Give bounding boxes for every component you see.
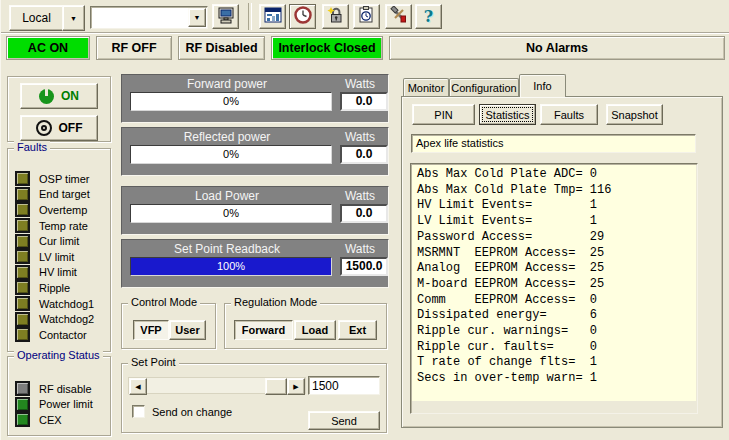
- info-tab-page: PINStatisticsFaultsSnapshot Apex life st…: [401, 96, 723, 428]
- mode-dropdown[interactable]: Local: [9, 5, 64, 31]
- meter-title: Reflected power: [122, 130, 332, 144]
- power-groupbox: ON OFF: [7, 76, 111, 142]
- window-chart-icon: [264, 7, 282, 26]
- panel-view-button[interactable]: [259, 4, 286, 29]
- address-combobox-arrow[interactable]: ▼: [188, 8, 206, 27]
- set-point-input[interactable]: [308, 376, 380, 395]
- meter-load-power: Load PowerWatts0%0.0: [121, 186, 389, 235]
- led-indicator: [15, 312, 30, 327]
- mode-dropdown-arrow[interactable]: ▼: [62, 5, 85, 31]
- meter-unit: Watts: [332, 242, 388, 256]
- led-indicator: [15, 381, 30, 396]
- send-on-change-checkbox-row[interactable]: Send on change: [132, 405, 232, 418]
- status-item-watchdog2: Watchdog2: [8, 311, 110, 327]
- scrollbar-left-arrow[interactable]: ◀: [129, 378, 147, 395]
- meter-progress-bar: 0%: [130, 145, 332, 164]
- meter-unit: Watts: [332, 77, 388, 91]
- led-label: End target: [39, 188, 90, 200]
- regulation-mode-title: Regulation Mode: [231, 296, 320, 308]
- mode-button-vfp[interactable]: VFP: [133, 320, 169, 340]
- led-indicator: [15, 171, 30, 186]
- lock-button[interactable]: [322, 4, 349, 29]
- control-mode-groupbox: Control Mode VFPUser: [121, 303, 216, 349]
- help-button[interactable]: ?: [415, 4, 442, 29]
- meter-value: 0.0: [340, 204, 388, 223]
- status-bar: AC ONRF OFFRF DisabledInterlock ClosedNo…: [6, 36, 725, 60]
- mode-button-forward[interactable]: Forward: [234, 320, 293, 340]
- operating-status-title: Operating Status: [14, 349, 103, 361]
- faults-title: Faults: [14, 141, 50, 153]
- send-on-change-checkbox[interactable]: [132, 405, 145, 418]
- faults-groupbox: Faults OSP timerEnd targetOvertempTemp r…: [7, 148, 111, 352]
- status-rf-off: RF OFF: [96, 36, 172, 60]
- status-item-ripple: Ripple: [8, 280, 110, 296]
- led-indicator: [15, 280, 30, 295]
- connect-button[interactable]: [212, 4, 239, 29]
- led-label: OSP timer: [39, 173, 90, 185]
- led-label: Cur limit: [39, 235, 79, 247]
- meter-forward-power: Forward powerWatts0%0.0: [121, 74, 389, 123]
- set-point-groupbox: Set Point ◀ ▶ Send on change Send: [121, 363, 387, 433]
- operating-status-list: RF disablePower limitCEX: [8, 357, 110, 428]
- led-label: Temp rate: [39, 220, 88, 232]
- info-button-faults[interactable]: Faults: [540, 104, 598, 125]
- info-button-snapshot[interactable]: Snapshot: [606, 104, 663, 125]
- led-indicator: [15, 187, 30, 202]
- set-point-scrollbar[interactable]: ◀ ▶: [128, 377, 306, 394]
- status-item-hv-limit: HV limit: [8, 265, 110, 281]
- led-indicator: [15, 265, 30, 280]
- on-button[interactable]: ON: [20, 83, 98, 109]
- led-label: Power limit: [39, 398, 93, 410]
- meter-unit: Watts: [332, 130, 388, 144]
- clock-button[interactable]: [289, 4, 316, 29]
- chevron-right-icon: ▶: [293, 383, 298, 390]
- statistics-text: Abs Max Cold Plate ADC= 0 Abs Max Cold P…: [412, 165, 696, 387]
- led-label: RF disable: [39, 383, 92, 395]
- mode-button-load[interactable]: Load: [294, 320, 336, 340]
- meter-progress-bar: 0%: [130, 204, 332, 223]
- scrollbar-thumb[interactable]: [265, 378, 287, 395]
- tools-button[interactable]: [385, 4, 412, 29]
- status-no-alarms: No Alarms: [389, 36, 725, 60]
- led-indicator: [15, 202, 30, 217]
- tab-monitor[interactable]: Monitor: [403, 78, 449, 97]
- status-item-osp-timer: OSP timer: [8, 171, 110, 187]
- chevron-left-icon: ◀: [135, 383, 140, 390]
- tab-info[interactable]: Info: [519, 74, 566, 97]
- mode-button-ext[interactable]: Ext: [338, 320, 377, 340]
- led-indicator: [15, 296, 30, 311]
- status-item-rf-disable: RF disable: [8, 381, 110, 397]
- meter-value: 0.0: [340, 145, 388, 164]
- toolbar-separator: [248, 3, 252, 30]
- status-rf-disabled: RF Disabled: [178, 36, 265, 60]
- meter-percent-label: 0%: [131, 95, 331, 107]
- address-combobox[interactable]: ▼: [90, 6, 208, 29]
- send-button[interactable]: Send: [308, 411, 380, 430]
- led-label: Watchdog2: [39, 313, 94, 325]
- toolbar: Local ▼ ▼: [1, 0, 729, 34]
- meter-unit: Watts: [332, 189, 388, 203]
- scrollbar-right-arrow[interactable]: ▶: [287, 378, 305, 395]
- on-button-label: ON: [61, 89, 79, 103]
- clock-icon: [294, 6, 312, 27]
- statistics-description-field[interactable]: Apex life statistics: [411, 134, 696, 153]
- status-item-cex: CEX: [8, 412, 110, 428]
- tab-control: MonitorConfigurationInfo PINStatisticsFa…: [401, 74, 725, 430]
- help-icon: ?: [424, 7, 433, 26]
- info-button-pin[interactable]: PIN: [412, 104, 475, 125]
- info-button-statistics[interactable]: Statistics: [479, 104, 536, 125]
- led-label: LV limit: [39, 251, 74, 263]
- tab-configuration[interactable]: Configuration: [449, 78, 519, 97]
- app-window: Local ▼ ▼: [0, 0, 729, 440]
- led-label: Contactor: [39, 329, 87, 341]
- send-button-label: Send: [331, 415, 357, 427]
- scheduler-button[interactable]: [353, 4, 380, 29]
- off-button[interactable]: OFF: [20, 115, 98, 141]
- mode-button-user[interactable]: User: [169, 320, 206, 340]
- regulation-mode-groupbox: Regulation Mode ForwardLoadExt: [224, 303, 387, 349]
- statistics-text-area: Abs Max Cold Plate ADC= 0 Abs Max Cold P…: [412, 165, 696, 401]
- led-indicator: [15, 412, 30, 427]
- status-item-lv-limit: LV limit: [8, 249, 110, 265]
- meter-percent-label: 0%: [131, 207, 331, 219]
- status-item-watchdog1: Watchdog1: [8, 296, 110, 312]
